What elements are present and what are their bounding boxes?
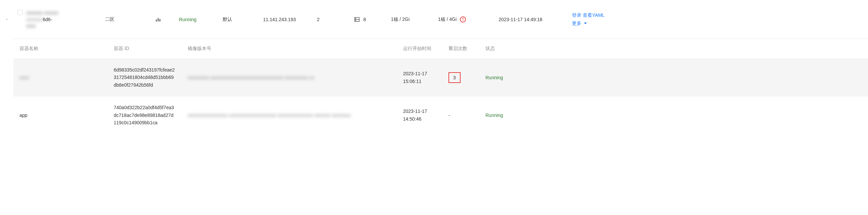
chevron-down-icon xyxy=(5,17,9,22)
svg-rect-1 xyxy=(158,18,159,22)
pod-name-line2: xxxxxxx6d6- xyxy=(26,17,58,22)
restart-count-cell: - xyxy=(442,97,479,134)
disk-cell: 8 xyxy=(350,16,387,23)
created-time-cell: 2023-11-17 14:49:18 xyxy=(495,17,565,22)
container-id-cell: 740a0d322b22a0df4d5f7ea3dc718ac7de98e898… xyxy=(108,97,182,134)
col-image: 镜像版本号 xyxy=(182,39,397,59)
container-id-cell: 6d98335c02df243197fcfeae231725481804cd48… xyxy=(108,59,182,97)
warning-icon[interactable]: ! xyxy=(460,16,466,23)
status-cell: Running xyxy=(175,17,219,22)
container-table: 容器名称 容器 ID 镜像版本号 运行开始时间 重启次数 状态 xxxx6d98… xyxy=(13,39,868,134)
container-name-cell: app xyxy=(13,97,108,134)
start-time-cell: 2023-11-1715:06:11 xyxy=(397,59,442,97)
actions-cell: 登录 查看YAML 更多 xyxy=(565,12,868,27)
col-start-time: 运行开始时间 xyxy=(397,39,442,59)
spec-limit-text: 1核 / 4Gi xyxy=(438,16,457,23)
pod-name-line3: xxxx xyxy=(26,22,58,30)
more-link[interactable]: 更多 xyxy=(572,21,581,27)
svg-point-6 xyxy=(355,20,356,21)
login-link[interactable]: 登录 xyxy=(572,12,581,19)
state-cell: Running xyxy=(479,97,868,134)
disk-count: 8 xyxy=(363,17,366,22)
col-container-name: 容器名称 xyxy=(13,39,108,59)
svg-rect-2 xyxy=(159,19,160,22)
table-row: app740a0d322b22a0df4d5f7ea3dc718ac7de98e… xyxy=(13,97,868,134)
svg-point-5 xyxy=(355,18,356,19)
metrics-icon-cell[interactable] xyxy=(141,16,175,23)
pod-name: xxxxxxx xxxxxx xxxxxxx6d6- xxxx xyxy=(26,9,58,30)
pod-name-line1: xxxxxxx xxxxxx xyxy=(26,9,58,16)
ip-cell: 11.141.243.193 xyxy=(259,17,313,22)
pod-summary-row: xxxxxxx xxxxxx xxxxxxx6d6- xxxx 二区 Runni… xyxy=(0,0,868,39)
start-time-cell: 2023-11-1714:50:46 xyxy=(397,97,442,134)
bar-chart-icon xyxy=(155,16,161,23)
container-count-cell: 2 xyxy=(313,17,350,22)
restart-count-cell: 3 xyxy=(442,59,479,97)
expand-toggle[interactable] xyxy=(0,17,13,22)
container-name-cell: xxxx xyxy=(13,59,108,97)
col-container-id: 容器 ID xyxy=(108,39,182,59)
col-restart: 重启次数 xyxy=(442,39,479,59)
container-table-panel: 容器名称 容器 ID 镜像版本号 运行开始时间 重启次数 状态 xxxx6d98… xyxy=(13,39,868,134)
zone-cell: 二区 xyxy=(101,16,141,23)
table-row: xxxx6d98335c02df243197fcfeae231725481804… xyxy=(13,59,868,97)
state-cell: Running xyxy=(479,59,868,97)
spec-request-cell: 1核 / 2Gi xyxy=(387,16,434,23)
image-cell: xxxxxxxxxxxxxxxxx xxxxxxxxxxxxxxxxxxxx x… xyxy=(182,97,397,134)
caret-down-icon xyxy=(584,23,587,24)
spec-limit-cell: 1核 / 4Gi ! xyxy=(434,16,495,23)
svg-rect-0 xyxy=(156,20,157,22)
col-state: 状态 xyxy=(479,39,868,59)
view-yaml-link[interactable]: 查看YAML xyxy=(583,12,604,19)
schedule-cell: 默认 xyxy=(219,16,259,23)
row-checkbox[interactable] xyxy=(18,10,23,15)
image-cell: xxxxxxxxx xxxxxxxxxxxxxxxxxxxxxxxxxxxxxx… xyxy=(182,59,397,97)
disk-icon xyxy=(354,16,360,23)
